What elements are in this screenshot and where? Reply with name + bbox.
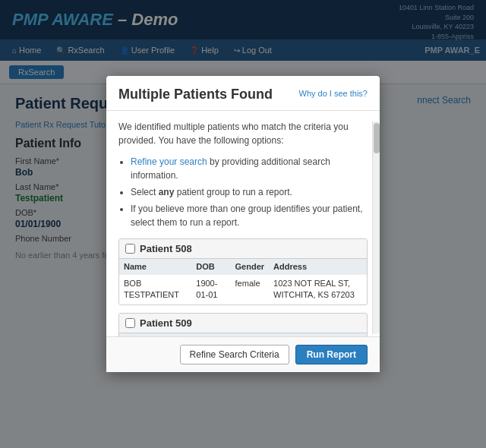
modal-body: We identified multiple patients who matc… (106, 111, 380, 336)
why-link[interactable]: Why do I see this? (299, 89, 368, 98)
patient-508-label: Patient 508 (140, 243, 192, 254)
patient-509-label: Patient 509 (140, 317, 192, 329)
col-dob: DOB (191, 259, 230, 275)
modal-intro: We identified multiple patients who matc… (118, 120, 368, 147)
scrollbar[interactable] (372, 121, 380, 334)
col-name: Name (119, 259, 191, 275)
table-row: BOB TESTPATIENT 1900-01-01 female 1023 N… (119, 275, 367, 304)
cell-address: 1023 NOT REAL ST, WITCHITA, KS 67203 (269, 275, 367, 304)
modal-title: Multiple Patients Found (118, 87, 273, 103)
cell-gender: female (231, 275, 270, 304)
refine-search-criteria-button[interactable]: Refine Search Criteria (180, 345, 289, 364)
scroll-thumb (374, 123, 380, 153)
patient-group-508: Patient 508 Name DOB Gender Address BOB … (118, 238, 368, 305)
cell-dob: 1900-01-01 (191, 275, 230, 304)
option-1: Refine your search by providing addition… (131, 155, 368, 182)
col-gender: Gender (231, 259, 270, 275)
col-address: Address (269, 259, 367, 275)
patient-508-checkbox[interactable] (125, 244, 135, 254)
modal-header: Multiple Patients Found Why do I see thi… (106, 76, 380, 111)
modal-overlay: Multiple Patients Found Why do I see thi… (0, 0, 486, 448)
modal-options-list: Refine your search by providing addition… (131, 155, 368, 229)
patient-group-508-header: Patient 508 (119, 239, 367, 259)
patient-509-checkbox[interactable] (125, 318, 135, 328)
option-3: If you believe more than one group ident… (131, 202, 368, 229)
option-2: Select any patient group to run a report… (131, 185, 368, 199)
patient-group-509: Patient 509 Name DOB Gender Address ROBE… (118, 313, 368, 336)
modal-dialog: Multiple Patients Found Why do I see thi… (106, 76, 380, 372)
patient-group-509-header: Patient 509 (119, 314, 367, 333)
cell-name: BOB TESTPATIENT (119, 275, 191, 304)
patient-508-table: Name DOB Gender Address BOB TESTPATIENT … (119, 259, 367, 304)
modal-footer: Refine Search Criteria Run Report (106, 336, 380, 372)
refine-search-link[interactable]: Refine your search (131, 156, 207, 167)
run-report-button[interactable]: Run Report (295, 345, 368, 364)
